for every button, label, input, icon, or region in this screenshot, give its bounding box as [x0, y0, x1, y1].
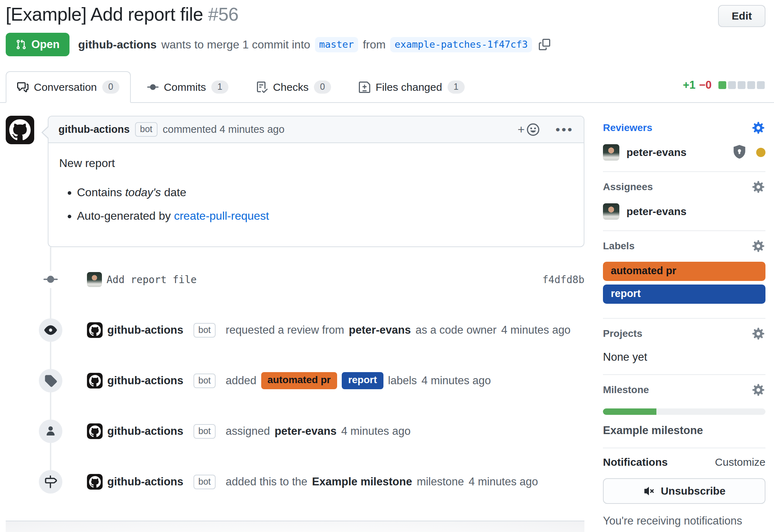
milestone-name[interactable]: Example milestone: [603, 424, 765, 437]
peter-evans-avatar[interactable]: [603, 203, 619, 220]
base-branch-pill[interactable]: master: [315, 37, 358, 52]
reviewer-name[interactable]: peter-evans: [626, 146, 686, 158]
comment-box: github-actions bot commented 4 minutes a…: [48, 116, 584, 247]
reviewer-extras: [733, 145, 765, 160]
sidebar-section-reviewers: Reviewers peter-evans: [603, 116, 765, 172]
add-reaction-button[interactable]: +: [517, 122, 540, 136]
projects-header[interactable]: Projects: [603, 327, 765, 341]
timeline-event-assigned: github-actions bot assigned peter-evans …: [6, 419, 584, 443]
tab-label: Files changed: [376, 81, 442, 93]
event-text: labels: [388, 374, 417, 387]
github-actions-avatar[interactable]: [87, 322, 103, 338]
tab-count: 0: [314, 80, 331, 94]
tab-checks[interactable]: Checks 0: [245, 71, 342, 103]
event-time[interactable]: 4 minutes ago: [422, 374, 491, 387]
tab-files-changed[interactable]: Files changed 1: [347, 71, 476, 103]
gear-icon[interactable]: [751, 239, 765, 253]
pr-header: [Example] Add report file #56 Edit Open …: [0, 0, 774, 56]
sidebar-section-assignees: Assignees peter-evans: [603, 172, 765, 231]
customize-link[interactable]: Customize: [715, 456, 765, 468]
label-automated-pr[interactable]: automated pr: [603, 262, 765, 281]
milestone-header[interactable]: Milestone: [603, 383, 765, 397]
pr-author[interactable]: github-actions: [78, 38, 156, 51]
event-content: github-actions bot added this to the Exa…: [87, 474, 584, 490]
comment-bullet: Auto-generated by create-pull-request: [77, 207, 573, 224]
pr-state-label: Open: [31, 38, 60, 51]
gear-icon[interactable]: [751, 180, 765, 194]
assignee-name[interactable]: peter-evans: [626, 205, 686, 218]
shield-icon: [733, 145, 746, 160]
pr-number: #56: [208, 4, 238, 25]
commit-author-avatar[interactable]: [87, 272, 102, 287]
event-text: added this to the: [226, 475, 307, 488]
gear-icon[interactable]: [751, 327, 765, 341]
milestone-progress-track: [603, 408, 765, 415]
labels-header[interactable]: Labels: [603, 239, 765, 253]
label-report[interactable]: report: [603, 285, 765, 304]
event-target-user[interactable]: peter-evans: [274, 425, 336, 438]
copy-branch-icon[interactable]: [539, 39, 550, 50]
reviewers-header[interactable]: Reviewers: [603, 121, 765, 135]
github-actions-avatar[interactable]: [87, 373, 103, 388]
tab-conversation[interactable]: Conversation 0: [6, 71, 131, 103]
pr-title-text: [Example] Add report file: [6, 4, 203, 25]
diff-block-neutral: [738, 81, 745, 89]
timeline-event-review-requested: github-actions bot requested a review fr…: [6, 318, 584, 342]
notifications-header: Notifications Customize: [603, 456, 765, 468]
labels-title: Labels: [603, 240, 635, 252]
github-actions-avatar[interactable]: [87, 474, 103, 490]
pull-request-icon: [16, 38, 26, 51]
comment-author[interactable]: github-actions: [58, 124, 130, 135]
event-actor[interactable]: github-actions: [107, 374, 184, 387]
event-actor[interactable]: github-actions: [107, 475, 184, 488]
event-actor[interactable]: github-actions: [107, 425, 184, 438]
diff-additions: +1: [683, 79, 695, 92]
kebab-menu-icon[interactable]: •••: [556, 122, 574, 136]
sidebar-section-milestone: Milestone Example milestone: [603, 375, 765, 448]
diff-block-neutral: [757, 81, 765, 89]
event-time[interactable]: 4 minutes ago: [501, 324, 571, 337]
label-automated-pr[interactable]: automated pr: [261, 372, 337, 389]
commit-sha[interactable]: f4dfd8b: [542, 274, 584, 286]
eye-icon: [39, 318, 62, 342]
tab-commits[interactable]: Commits 1: [136, 71, 240, 103]
unsubscribe-button[interactable]: Unsubscribe: [603, 478, 765, 504]
assignee-row: peter-evans: [603, 203, 765, 220]
octocat-icon: [9, 119, 31, 141]
event-actor[interactable]: github-actions: [107, 324, 184, 337]
notifications-title: Notifications: [603, 456, 668, 468]
tab-count: 1: [211, 80, 228, 94]
diff-deletions: −0: [699, 79, 712, 92]
create-pull-request-link[interactable]: create-pull-request: [174, 209, 269, 222]
gear-icon[interactable]: [751, 383, 765, 397]
event-text: milestone: [417, 475, 464, 488]
event-text: added: [226, 374, 256, 387]
head-branch-pill[interactable]: example-patches-1f47cf3: [390, 37, 532, 52]
gear-icon[interactable]: [751, 121, 765, 135]
git-commit-icon: [147, 82, 159, 93]
event-time[interactable]: 4 minutes ago: [469, 475, 538, 488]
reviewer-row: peter-evans: [603, 144, 765, 161]
commit-message[interactable]: Add report file: [107, 274, 197, 286]
push-hint-footer: Add more commits by pushing to the examp…: [6, 521, 584, 532]
reviewers-title: Reviewers: [603, 122, 652, 134]
label-report[interactable]: report: [342, 372, 383, 389]
github-actions-avatar[interactable]: [87, 423, 103, 439]
octocat-icon: [89, 375, 101, 387]
assignees-header[interactable]: Assignees: [603, 180, 765, 194]
diff-block-added: [718, 81, 726, 89]
page-title: [Example] Add report file #56: [6, 4, 765, 25]
comment-header: github-actions bot commented 4 minutes a…: [48, 116, 584, 143]
comment-time[interactable]: 4 minutes ago: [220, 124, 284, 135]
event-target-milestone[interactable]: Example milestone: [312, 475, 412, 488]
event-target-user[interactable]: peter-evans: [349, 324, 411, 337]
github-actions-avatar[interactable]: [6, 116, 34, 144]
tab-count: 1: [448, 80, 465, 94]
edit-button[interactable]: Edit: [718, 5, 765, 27]
milestone-title: Milestone: [603, 384, 649, 396]
peter-evans-avatar[interactable]: [603, 144, 619, 161]
comment-bullet-list: Contains today's date Auto-generated by …: [59, 184, 573, 224]
comment-body: New report Contains today's date Auto-ge…: [48, 143, 584, 246]
event-time[interactable]: 4 minutes ago: [341, 425, 411, 438]
event-content: github-actions bot assigned peter-evans …: [87, 423, 584, 439]
